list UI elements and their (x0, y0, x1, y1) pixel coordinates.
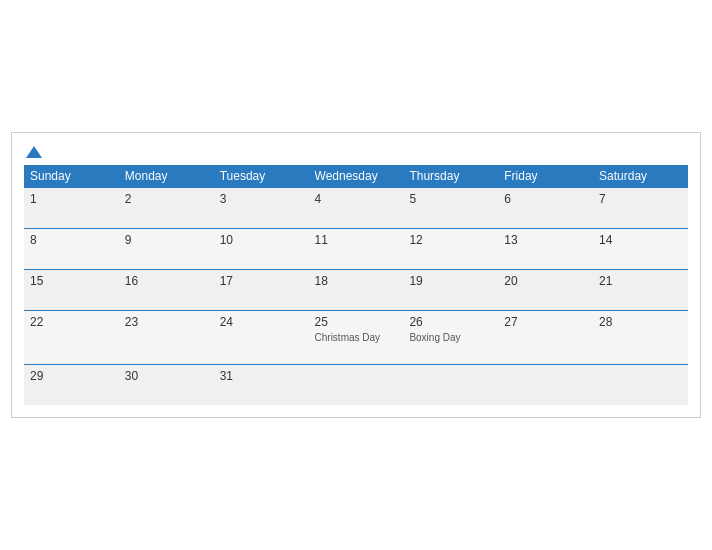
calendar-cell: 12 (403, 229, 498, 270)
day-number: 9 (125, 233, 208, 247)
calendar-table: Sunday Monday Tuesday Wednesday Thursday… (24, 165, 688, 405)
day-number: 25 (315, 315, 398, 329)
logo-triangle-icon (26, 146, 42, 158)
day-number: 18 (315, 274, 398, 288)
calendar-cell: 3 (214, 188, 309, 229)
col-wednesday: Wednesday (309, 165, 404, 188)
day-number: 16 (125, 274, 208, 288)
calendar-cell: 20 (498, 270, 593, 311)
calendar-cell: 30 (119, 365, 214, 406)
day-number: 15 (30, 274, 113, 288)
calendar-container: Sunday Monday Tuesday Wednesday Thursday… (11, 132, 701, 418)
calendar-week-row: 293031 (24, 365, 688, 406)
day-number: 14 (599, 233, 682, 247)
col-saturday: Saturday (593, 165, 688, 188)
day-number: 28 (599, 315, 682, 329)
day-number: 10 (220, 233, 303, 247)
day-number: 12 (409, 233, 492, 247)
day-number: 26 (409, 315, 492, 329)
day-number: 22 (30, 315, 113, 329)
calendar-cell: 6 (498, 188, 593, 229)
day-number: 1 (30, 192, 113, 206)
calendar-cell: 8 (24, 229, 119, 270)
col-sunday: Sunday (24, 165, 119, 188)
day-number: 19 (409, 274, 492, 288)
calendar-cell: 25Christmas Day (309, 311, 404, 365)
day-number: 27 (504, 315, 587, 329)
calendar-week-row: 891011121314 (24, 229, 688, 270)
day-number: 3 (220, 192, 303, 206)
col-thursday: Thursday (403, 165, 498, 188)
day-number: 23 (125, 315, 208, 329)
day-number: 7 (599, 192, 682, 206)
calendar-cell: 2 (119, 188, 214, 229)
calendar-cell (498, 365, 593, 406)
calendar-cell: 13 (498, 229, 593, 270)
calendar-cell: 16 (119, 270, 214, 311)
calendar-cell: 17 (214, 270, 309, 311)
calendar-cell: 10 (214, 229, 309, 270)
calendar-cell: 9 (119, 229, 214, 270)
day-number: 4 (315, 192, 398, 206)
calendar-cell: 28 (593, 311, 688, 365)
calendar-cell: 7 (593, 188, 688, 229)
day-number: 5 (409, 192, 492, 206)
col-monday: Monday (119, 165, 214, 188)
calendar-cell: 4 (309, 188, 404, 229)
calendar-week-row: 22232425Christmas Day26Boxing Day2728 (24, 311, 688, 365)
calendar-cell (403, 365, 498, 406)
calendar-cell: 1 (24, 188, 119, 229)
weekday-header-row: Sunday Monday Tuesday Wednesday Thursday… (24, 165, 688, 188)
day-number: 30 (125, 369, 208, 383)
calendar-cell (593, 365, 688, 406)
calendar-cell: 26Boxing Day (403, 311, 498, 365)
day-number: 8 (30, 233, 113, 247)
calendar-cell: 31 (214, 365, 309, 406)
calendar-cell: 27 (498, 311, 593, 365)
logo (24, 143, 42, 159)
calendar-cell: 18 (309, 270, 404, 311)
col-friday: Friday (498, 165, 593, 188)
calendar-cell: 11 (309, 229, 404, 270)
day-number: 17 (220, 274, 303, 288)
calendar-cell (309, 365, 404, 406)
calendar-cell: 22 (24, 311, 119, 365)
calendar-cell: 5 (403, 188, 498, 229)
calendar-cell: 23 (119, 311, 214, 365)
holiday-label: Christmas Day (315, 331, 398, 344)
day-number: 13 (504, 233, 587, 247)
calendar-header (24, 143, 688, 159)
calendar-cell: 24 (214, 311, 309, 365)
day-number: 6 (504, 192, 587, 206)
calendar-cell: 29 (24, 365, 119, 406)
day-number: 31 (220, 369, 303, 383)
day-number: 2 (125, 192, 208, 206)
calendar-week-row: 15161718192021 (24, 270, 688, 311)
day-number: 21 (599, 274, 682, 288)
day-number: 20 (504, 274, 587, 288)
day-number: 29 (30, 369, 113, 383)
calendar-week-row: 1234567 (24, 188, 688, 229)
calendar-cell: 21 (593, 270, 688, 311)
holiday-label: Boxing Day (409, 331, 492, 344)
calendar-cell: 15 (24, 270, 119, 311)
logo-blue-row (24, 143, 42, 159)
day-number: 11 (315, 233, 398, 247)
calendar-cell: 19 (403, 270, 498, 311)
calendar-cell: 14 (593, 229, 688, 270)
day-number: 24 (220, 315, 303, 329)
col-tuesday: Tuesday (214, 165, 309, 188)
